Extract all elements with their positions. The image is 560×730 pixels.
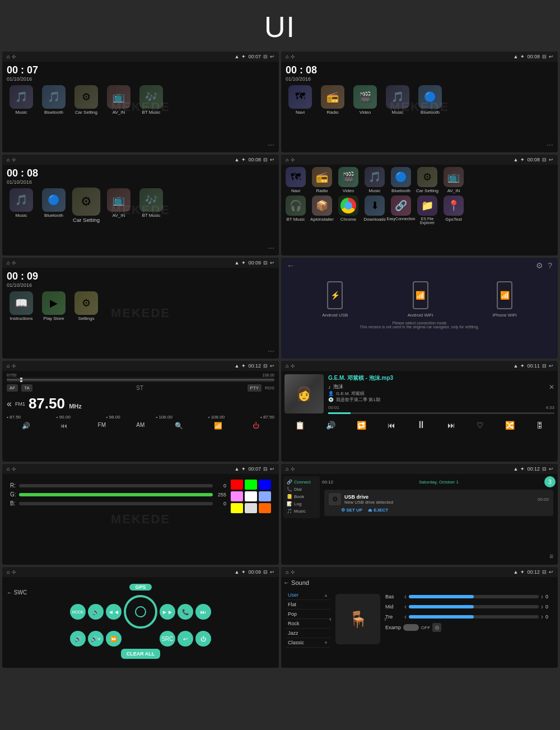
app-apk[interactable]: 📦 ApkInstaller	[310, 196, 334, 225]
swc-next-btn[interactable]: ►►	[160, 604, 175, 620]
eq-jazz[interactable]: Jazz	[286, 629, 330, 638]
app-avin-4[interactable]: 📺 AV_IN	[441, 167, 466, 193]
app-video-4[interactable]: 🎬 Video	[336, 167, 361, 193]
swc-vol-up-btn[interactable]: 🔊+	[88, 631, 104, 647]
app-bluetooth-3[interactable]: 🔵 Bluetooth	[39, 188, 68, 220]
app-esfile[interactable]: 📁 ES File Explorer	[415, 196, 440, 225]
app-gpstest[interactable]: 📍 GpsTest	[441, 196, 466, 225]
swatch-gray[interactable]	[245, 503, 257, 513]
conn-android-wifi[interactable]: 📶 Android WiFi	[408, 281, 433, 318]
app-instructions[interactable]: 📖 Instructions	[7, 291, 36, 321]
conn-help-icon[interactable]: ?	[548, 261, 552, 270]
g-slider[interactable]	[19, 493, 213, 496]
app-avin-3[interactable]: 📺 AV_IN	[104, 188, 133, 220]
app-carsetting-4[interactable]: ⚙ Car Setting	[415, 167, 440, 193]
eq-classic[interactable]: Classic ▼	[286, 638, 330, 648]
app-btmusic-4[interactable]: 🎧 BT Music	[283, 196, 308, 225]
radio-power-icon[interactable]: ⏻	[253, 422, 259, 430]
app-bluetooth-1[interactable]: 🎵 Bluetooth	[39, 85, 68, 115]
tre-left-btn[interactable]: ‹	[404, 613, 407, 621]
app-btmusic-1[interactable]: 🎶 BT Music	[137, 85, 166, 115]
music-next-icon[interactable]: ⏭	[447, 421, 455, 430]
swc-power-btn[interactable]: ⏻	[195, 631, 211, 647]
music-repeat-icon[interactable]: 🔁	[357, 421, 366, 430]
eq-down-arrow[interactable]: ▼	[324, 640, 328, 645]
swc-mode-btn[interactable]: MODE	[70, 604, 86, 620]
swatch-white[interactable]	[245, 491, 257, 501]
eq-up-arrow[interactable]: ▲	[324, 593, 328, 598]
nav-music[interactable]: 🎵Music	[286, 508, 318, 515]
swatch-blue[interactable]	[259, 480, 271, 490]
swatch-green[interactable]	[245, 480, 257, 490]
music-close-btn[interactable]: ✕	[549, 383, 554, 391]
swatch-lightblue[interactable]	[259, 491, 271, 501]
progress-bar[interactable]	[328, 412, 554, 414]
music-eq-icon[interactable]: 🎛	[536, 421, 544, 430]
app-playstore[interactable]: ▶ Play Store	[39, 291, 68, 321]
app-navi-4[interactable]: 🗺 Navi	[283, 167, 308, 193]
eq-rock[interactable]: Rock	[286, 619, 330, 629]
eq-flat[interactable]: Flat	[286, 600, 330, 610]
app-music-4[interactable]: 🎵 Music	[362, 167, 387, 193]
notif-expand-icon[interactable]: ≡	[549, 552, 553, 560]
grid-dots-3[interactable]: ⋯	[268, 244, 274, 252]
app-radio[interactable]: 📻 Radio	[318, 85, 347, 115]
tre-right-btn[interactable]: ›	[541, 613, 543, 621]
bas-right-btn[interactable]: ›	[541, 593, 543, 601]
notif-setup-btn[interactable]: ⚙ SET UP	[341, 508, 362, 513]
music-playlist-icon[interactable]: 📋	[295, 421, 305, 430]
app-settings[interactable]: ⚙ Settings	[72, 291, 101, 321]
app-music-2[interactable]: 🎵 Music	[383, 85, 412, 115]
radio-fm-btn[interactable]: FM	[98, 422, 106, 430]
radio-af-btn[interactable]: AF	[7, 384, 18, 392]
app-music-1[interactable]: 🎵 Music	[7, 85, 36, 115]
mid-track[interactable]	[409, 605, 539, 608]
swc-src-btn[interactable]: SRC	[160, 631, 175, 647]
nav-log[interactable]: 📝Log	[286, 500, 318, 508]
app-avin-1[interactable]: 📺 AV_IN	[104, 85, 133, 115]
conn-iphone-wifi[interactable]: 📶 iPhone WiFi	[493, 281, 517, 318]
bas-left-btn[interactable]: ‹	[404, 593, 407, 601]
swc-prev-btn[interactable]: ◄◄	[106, 604, 122, 620]
tre-track[interactable]	[409, 615, 539, 619]
conn-back-icon[interactable]: ←	[287, 261, 295, 270]
app-video[interactable]: 🎬 Video	[351, 85, 380, 115]
music-vol-icon[interactable]: 🔊	[326, 421, 335, 430]
grid-dots-2[interactable]: ⋯	[547, 141, 553, 149]
app-btmusic-3[interactable]: 🎶 BT Music	[137, 188, 166, 220]
radio-vol-icon[interactable]: 🔊	[22, 422, 30, 430]
preset-2[interactable]: • 90.00	[57, 415, 71, 420]
examp-toggle[interactable]	[403, 624, 419, 631]
examp-settings-icon[interactable]: ⚙	[432, 623, 441, 632]
radio-prev-icon[interactable]: ⏮	[60, 422, 67, 430]
app-navi[interactable]: 🗺 Navi	[286, 85, 315, 115]
clear-all-button[interactable]: CLEAR ALL	[121, 649, 161, 659]
preset-1[interactable]: • 87.50	[7, 415, 21, 420]
nav-dial[interactable]: 📞Dial	[286, 486, 318, 493]
radio-rewind-icon[interactable]: «	[7, 399, 12, 409]
music-shuffle-icon[interactable]: 🔀	[505, 421, 515, 430]
app-bluetooth-2[interactable]: 🔵 Bluetooth	[416, 85, 445, 115]
conn-settings-icon[interactable]: ⚙	[536, 261, 543, 270]
radio-pty-btn[interactable]: PTY	[248, 384, 262, 392]
b-slider[interactable]	[19, 502, 213, 505]
app-bluetooth-4[interactable]: 🔵 Bluetooth	[389, 167, 413, 193]
eq-pop[interactable]: Pop	[286, 610, 330, 619]
music-prev-icon[interactable]: ⏮	[388, 421, 395, 430]
swc-vol-down-btn[interactable]: 🔉	[88, 604, 104, 620]
seat-left-arrow[interactable]: ‹	[329, 615, 332, 623]
swc-phone-btn[interactable]: 📞	[178, 604, 193, 620]
bas-track[interactable]	[409, 595, 539, 598]
grid-dots-1[interactable]: ⋯	[268, 141, 274, 149]
app-downloads[interactable]: ⬇ Downloads	[362, 196, 387, 225]
preset-4[interactable]: • 106.00	[156, 415, 172, 420]
app-easyconn[interactable]: 🔗 EasyConnection	[389, 196, 413, 225]
nav-book[interactable]: 📒Book	[286, 493, 318, 500]
seat-right-arrow[interactable]: ›	[384, 615, 386, 623]
conn-android-usb[interactable]: ⚡ Android USB	[322, 281, 348, 318]
swc-vol-icon-btn[interactable]: 🔊	[70, 631, 86, 647]
radio-search-icon[interactable]: 🔍	[175, 422, 183, 430]
swc-skip-btn[interactable]: ⏭	[195, 604, 211, 620]
preset-3[interactable]: • 98.00	[106, 415, 120, 420]
app-carsetting-1[interactable]: ⚙ Car Setting	[72, 85, 101, 115]
